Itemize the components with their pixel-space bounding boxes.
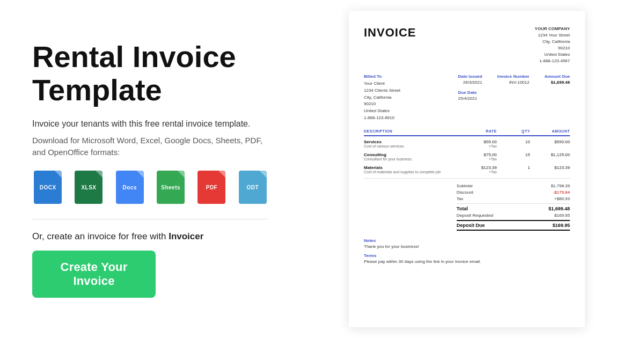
invoice-preview: INVOICE YOUR COMPANY 1234 Your Street Ci… (349, 11, 585, 327)
row1-amount: $550.00 (530, 139, 570, 148)
col-description: DESCRIPTION (364, 129, 464, 133)
company-country: United States (535, 52, 570, 58)
gsheets-icon: Sheets (157, 171, 185, 204)
client-phone: 1-888-123-8910 (364, 115, 400, 122)
amount-due-section: Amount Due $1,699.48 (544, 74, 570, 85)
due-date-section: Due Date 25/4/2021 (458, 90, 570, 101)
company-phone: 1-888-123-4567 (535, 58, 570, 64)
odt-icon: ODT (239, 171, 267, 204)
due-date-value: 25/4/2021 (458, 96, 570, 101)
docx-label: DOCX (40, 185, 56, 190)
or-prefix: Or, create an invoice for free with (32, 231, 169, 241)
terms-text: Please pay within 30 days using the link… (364, 259, 570, 264)
summary-tax: Tax +$80.93 (457, 196, 570, 202)
summary-subtotal: Subtotal $1,798.39 (457, 183, 570, 189)
company-name: YOUR COMPANY (535, 26, 570, 32)
invoice-title: INVOICE (364, 26, 416, 40)
summary-deposit-due: Deposit Due $169.95 (457, 220, 570, 231)
summary-deposit-requested: Deposit Requested $169.95 (457, 212, 570, 219)
left-panel: Rental Invoice Template Invoice your ten… (0, 0, 301, 338)
docx-icon: DOCX (34, 171, 62, 204)
invoice-notes: Notes Thank you for your business! (364, 238, 570, 249)
pdf-icon: PDF (197, 171, 225, 204)
page-title: Rental Invoice Template (32, 40, 268, 106)
format-gdocs[interactable]: Docs (114, 171, 145, 204)
download-text: Download for Microsoft Word, Excel, Goog… (32, 135, 268, 159)
row3-qty: 1 (497, 165, 530, 174)
company-zip: 90210 (535, 45, 570, 52)
row1-qty: 10 (497, 139, 530, 148)
table-row: Consulting Consultant for your business.… (364, 152, 570, 161)
invoice-meta-right: Date Issued 26/3/2021 Invoice Number INV… (458, 74, 570, 122)
date-issued-label: Date Issued (458, 74, 482, 79)
odt-label: ODT (246, 185, 259, 190)
invoice-summary: Subtotal $1,798.39 Discount -$179.84 Tax… (457, 183, 570, 231)
brand-name: Invoicer (169, 231, 203, 241)
notes-label: Notes (364, 238, 570, 243)
amount-due-value: $1,699.48 (544, 80, 570, 85)
invoice-number-section: Invoice Number INV-10012 (497, 74, 529, 85)
summary-discount: Discount -$179.84 (457, 189, 570, 196)
invoice-number-label: Invoice Number (497, 74, 529, 79)
invoice-number-value: INV-10012 (497, 80, 529, 85)
format-odt[interactable]: ODT (237, 171, 268, 204)
gsheets-label: Sheets (161, 185, 180, 190)
due-date-label: Due Date (458, 90, 570, 95)
format-icons-container: DOCX XLSX Docs Sheets PDF (32, 171, 268, 204)
terms-label: Terms (364, 253, 570, 258)
gdocs-icon: Docs (116, 171, 144, 204)
title-line1: Rental Invoice (32, 40, 236, 74)
format-gsheets[interactable]: Sheets (155, 171, 186, 204)
table-divider (364, 178, 570, 179)
subtitle-text: Invoice your tenants with this free rent… (32, 117, 268, 130)
xlsx-icon: XLSX (75, 171, 103, 204)
company-info: YOUR COMPANY 1234 Your Street City, Cali… (535, 26, 570, 64)
or-invoicer-text: Or, create an invoice for free with Invo… (32, 231, 268, 242)
section-divider (32, 219, 268, 219)
invoice-terms: Terms Please pay within 30 days using th… (364, 253, 570, 264)
format-docx[interactable]: DOCX (32, 171, 63, 204)
client-address: 1234 Clients Street (364, 87, 400, 94)
col-amount: AMOUNT (530, 129, 570, 133)
summary-total: Total $1,699.48 (457, 203, 570, 212)
client-name: Your Client (364, 80, 400, 87)
row1-rate: $55.00 +Tax (464, 139, 497, 148)
row3-amount: $123.39 (530, 165, 570, 174)
pdf-label: PDF (206, 185, 218, 190)
create-invoice-button[interactable]: Create Your Invoice (32, 251, 156, 298)
row3-desc: Materials Cost of materials and supplies… (364, 165, 464, 174)
amount-due-label: Amount Due (544, 74, 570, 79)
format-pdf[interactable]: PDF (196, 171, 227, 204)
format-xlsx[interactable]: XLSX (73, 171, 104, 204)
table-row: Services Cost of various services. $55.0… (364, 139, 570, 148)
row2-qty: 15 (497, 152, 530, 161)
billed-to-section: Billed To Your Client 1234 Clients Stree… (364, 74, 400, 122)
client-zip: 90210 (364, 101, 400, 108)
row2-desc: Consulting Consultant for your business. (364, 152, 464, 161)
invoice-table-header: DESCRIPTION RATE QTY AMOUNT (364, 129, 570, 136)
date-issued-value: 26/3/2021 (458, 80, 482, 85)
title-line2: Template (32, 73, 162, 107)
company-address1: 1234 Your Street (535, 32, 570, 39)
client-city: City, California (364, 94, 400, 101)
right-panel: INVOICE YOUR COMPANY 1234 Your Street Ci… (301, 0, 644, 338)
col-qty: QTY (497, 129, 530, 133)
xlsx-label: XLSX (81, 185, 96, 190)
row3-rate: $123.39 +Tax (464, 165, 497, 174)
row2-amount: $1,125.00 (530, 152, 570, 161)
table-row: Materials Cost of materials and supplies… (364, 165, 570, 174)
col-rate: RATE (464, 129, 497, 133)
client-country: United States (364, 108, 400, 115)
gdocs-label: Docs (123, 185, 137, 190)
row2-rate: $75.00 +Tax (464, 152, 497, 161)
billed-to-label: Billed To (364, 74, 400, 79)
invoice-header: INVOICE YOUR COMPANY 1234 Your Street Ci… (364, 26, 570, 64)
notes-text: Thank you for your business! (364, 244, 570, 249)
company-address2: City, California (535, 39, 570, 45)
date-issued-section: Date Issued 26/3/2021 (458, 74, 482, 85)
row1-desc: Services Cost of various services. (364, 139, 464, 148)
